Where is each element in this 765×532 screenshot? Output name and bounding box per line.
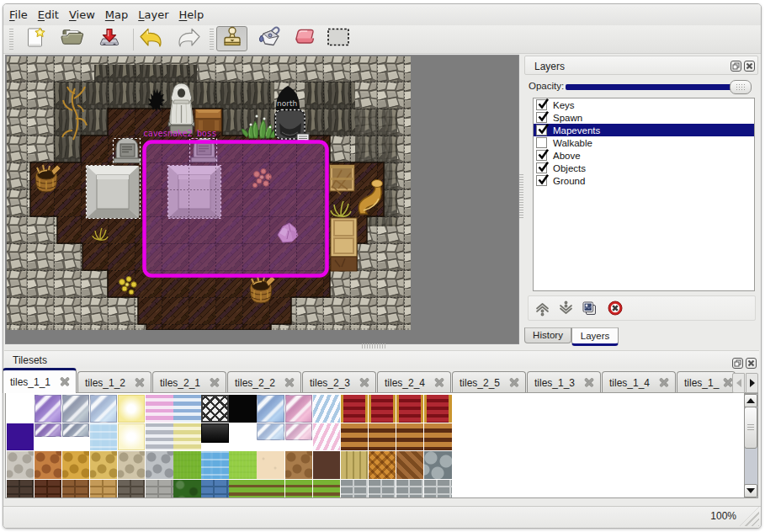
horizontal-splitter[interactable]: [362, 343, 386, 348]
tileset-tile[interactable]: [201, 395, 229, 423]
tileset-tile[interactable]: [118, 480, 146, 499]
tileset-tile[interactable]: [396, 423, 424, 451]
resize-grip[interactable]: [740, 507, 759, 526]
tileset-tile[interactable]: [369, 423, 396, 451]
menu-edit[interactable]: Edit: [33, 6, 64, 24]
tileset-tile[interactable]: [118, 451, 146, 479]
tileset-tile[interactable]: [313, 451, 341, 479]
tileset-tab-tiles_1_3[interactable]: tiles_1_3: [527, 371, 601, 393]
close-tab-icon[interactable]: [135, 379, 144, 387]
tileset-tile[interactable]: [90, 451, 118, 479]
menu-view[interactable]: View: [64, 6, 100, 24]
tileset-tile[interactable]: [424, 423, 452, 451]
tileset-tile[interactable]: [313, 480, 341, 499]
menu-help[interactable]: Help: [174, 6, 210, 24]
tileset-tab-tiles_1_2[interactable]: tiles_1_2: [77, 371, 151, 393]
duplicate-layer-button[interactable]: [577, 298, 601, 318]
tileset-tile[interactable]: [285, 395, 313, 423]
layer-row-objects[interactable]: Objects: [534, 162, 754, 174]
map-canvas[interactable]: north cavesnake2_boss: [5, 55, 519, 344]
toolbar-grip-2[interactable]: [209, 29, 214, 51]
close-tab-icon[interactable]: [585, 379, 593, 387]
tileset-tab-tiles_2_1[interactable]: tiles_2_1: [152, 371, 226, 393]
close-tab-icon[interactable]: [660, 379, 668, 387]
tileset-tile[interactable]: [257, 423, 284, 440]
tileset-tile[interactable]: [90, 423, 118, 451]
select-tool-button[interactable]: [324, 26, 353, 51]
toolbar-grip[interactable]: [8, 29, 13, 51]
tileset-tile[interactable]: [173, 395, 201, 423]
tileset-tile[interactable]: [90, 395, 118, 423]
layer-row-keys[interactable]: Keys: [534, 98, 754, 111]
raise-layer-button[interactable]: [530, 298, 554, 318]
tileset-tile[interactable]: [424, 451, 452, 479]
close-tab-icon[interactable]: [510, 379, 518, 387]
checkbox-checked[interactable]: [536, 150, 547, 161]
checkbox-checked[interactable]: [536, 175, 547, 186]
tileset-tile[interactable]: [257, 395, 284, 423]
tileset-tile[interactable]: [62, 480, 90, 499]
checkbox-checked[interactable]: [536, 112, 547, 123]
menu-file[interactable]: File: [4, 6, 33, 24]
tileset-tile[interactable]: [313, 395, 341, 423]
tileset-tile[interactable]: [369, 395, 396, 423]
tileset-tile[interactable]: [62, 423, 90, 437]
close-tab-icon[interactable]: [435, 379, 444, 387]
eraser-tool-button[interactable]: [290, 26, 318, 51]
close-tab-icon[interactable]: [61, 378, 69, 386]
layer-row-mapevents[interactable]: Mapevents: [534, 124, 754, 136]
redo-button[interactable]: [174, 26, 203, 51]
tileset-tile[interactable]: [35, 395, 62, 423]
tileset-tile[interactable]: [62, 451, 90, 479]
tileset-tile[interactable]: [341, 451, 369, 479]
tileset-tile[interactable]: [369, 480, 396, 499]
tileset-tile[interactable]: [285, 480, 313, 499]
tileset-tile[interactable]: [35, 451, 62, 479]
tileset-tile[interactable]: [62, 395, 90, 423]
scroll-down-button[interactable]: [744, 484, 757, 497]
stamp-tool-button[interactable]: [216, 26, 247, 51]
tileset-tile[interactable]: [7, 480, 35, 499]
tileset-tile[interactable]: [7, 423, 35, 451]
opacity-slider-handle[interactable]: [730, 80, 752, 94]
tileset-tab-tiles_1_[interactable]: tiles_1_: [677, 371, 736, 393]
new-map-button[interactable]: [21, 26, 50, 51]
tab-scroll-left-button[interactable]: [732, 373, 745, 393]
fill-tool-button[interactable]: [255, 26, 284, 51]
tileset-tile[interactable]: [341, 395, 369, 423]
tileset-tile[interactable]: [146, 451, 173, 479]
undo-button[interactable]: [137, 26, 166, 51]
tileset-tile[interactable]: [369, 451, 396, 479]
tileset-tile[interactable]: [146, 480, 173, 499]
tileset-tile[interactable]: [173, 451, 201, 479]
close-tab-icon[interactable]: [360, 379, 369, 387]
close-tab-icon[interactable]: [285, 379, 294, 387]
tileset-tab-tiles_1_1[interactable]: tiles_1_1: [3, 368, 77, 393]
tileset-tile[interactable]: [173, 480, 201, 499]
checkbox-checked[interactable]: [536, 162, 547, 173]
tileset-tile[interactable]: [90, 480, 118, 499]
tileset-tile[interactable]: [396, 451, 424, 479]
tileset-tile[interactable]: [424, 480, 452, 499]
close-tab-icon[interactable]: [724, 379, 732, 387]
tileset-tile[interactable]: [201, 480, 229, 499]
tileset-tab-tiles_2_2[interactable]: tiles_2_2: [227, 371, 301, 393]
tileset-tile[interactable]: [229, 423, 257, 451]
menu-map[interactable]: Map: [100, 6, 133, 24]
scrollbar-thumb[interactable]: [744, 407, 757, 449]
tileset-tile[interactable]: [146, 395, 173, 423]
tileset-tile[interactable]: [341, 480, 369, 499]
tileset-tab-tiles_2_4[interactable]: tiles_2_4: [377, 371, 451, 393]
tileset-tile[interactable]: [229, 395, 257, 423]
layer-row-ground[interactable]: Ground: [534, 174, 754, 187]
checkbox-unchecked[interactable]: [536, 137, 547, 148]
layer-row-above[interactable]: Above: [534, 149, 754, 162]
menu-layer[interactable]: Layer: [133, 6, 173, 24]
open-map-button[interactable]: [58, 26, 87, 51]
tileset-tile[interactable]: [285, 451, 313, 479]
tileset-tab-tiles_1_4[interactable]: tiles_1_4: [602, 371, 676, 393]
tileset-tile[interactable]: [201, 423, 229, 443]
delete-layer-button[interactable]: [603, 298, 627, 318]
tileset-tile[interactable]: [35, 423, 62, 437]
tileset-tile[interactable]: [396, 480, 424, 499]
